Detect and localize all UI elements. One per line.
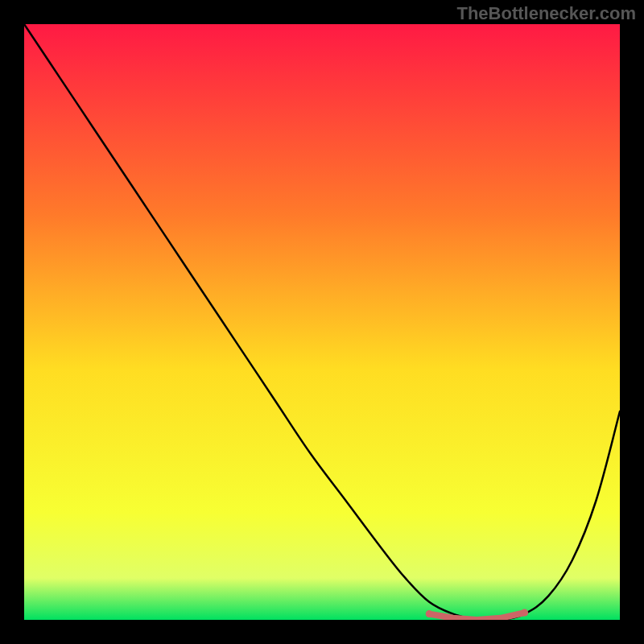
chart-container: TheBottlenecker.com — [0, 0, 644, 644]
plot-area — [24, 24, 620, 620]
gradient-background — [24, 24, 620, 620]
watermark-text: TheBottlenecker.com — [456, 3, 636, 24]
chart-svg — [24, 24, 620, 620]
